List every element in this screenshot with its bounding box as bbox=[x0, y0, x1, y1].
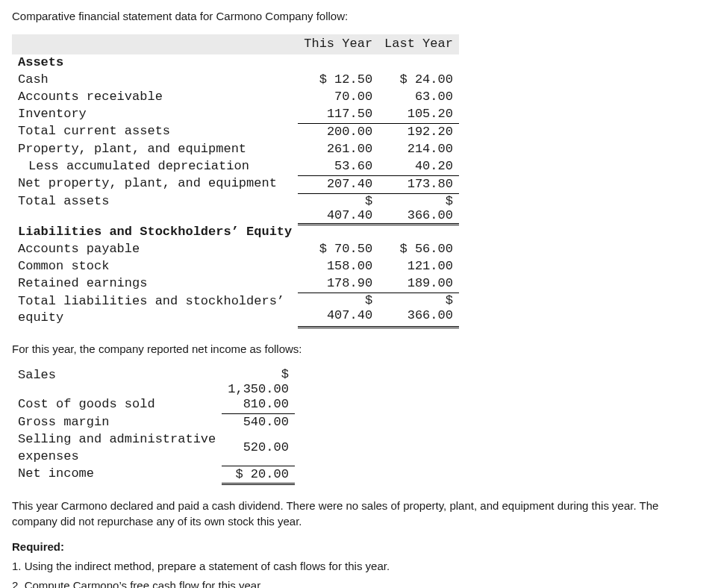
cogs-value: 810.00 bbox=[222, 396, 295, 413]
accdep-this-year: 53.60 bbox=[298, 158, 378, 175]
row-total-current-assets: Total current assets 200.00 192.20 bbox=[12, 123, 459, 140]
col-last-year: Last Year bbox=[378, 34, 459, 54]
tca-this-year: 200.00 bbox=[298, 123, 378, 140]
row-cash: Cash $ 12.50 $ 24.00 bbox=[12, 72, 459, 89]
row-accounts-receivable: Accounts receivable 70.00 63.00 bbox=[12, 89, 459, 106]
re-label: Retained earnings bbox=[12, 275, 298, 293]
row-common-stock: Common stock 158.00 121.00 bbox=[12, 258, 459, 275]
income-statement-table: Sales $1,350.00 Cost of goods sold 810.0… bbox=[12, 367, 295, 485]
ar-last-year: 63.00 bbox=[378, 89, 459, 106]
balance-sheet-header-row: This Year Last Year bbox=[12, 34, 459, 54]
row-sae: Selling and administrativeexpenses 520.0… bbox=[12, 431, 295, 466]
note-text: This year Carmono declared and paid a ca… bbox=[12, 498, 703, 529]
inv-last-year: 105.20 bbox=[378, 106, 459, 123]
cash-last-year: $ 24.00 bbox=[378, 72, 459, 89]
row-retained-earnings: Retained earnings 178.90 189.00 bbox=[12, 275, 459, 293]
gm-label: Gross margin bbox=[12, 414, 222, 431]
required-heading: Required: bbox=[12, 539, 703, 554]
row-total-lse: Total liabilities and stockholders’equit… bbox=[12, 293, 459, 328]
cs-this-year: 158.00 bbox=[298, 258, 378, 275]
ppe-label: Property, plant, and equipment bbox=[12, 141, 298, 158]
netppe-this-year: 207.40 bbox=[298, 175, 378, 193]
ta-last-year: $366.00 bbox=[378, 193, 459, 224]
ap-this-year: $ 70.50 bbox=[298, 241, 378, 258]
tlse-label: Total liabilities and stockholders’equit… bbox=[12, 293, 298, 328]
inv-this-year: 117.50 bbox=[298, 106, 378, 123]
row-net-income: Net income $ 20.00 bbox=[12, 466, 295, 484]
accdep-label: Less accumulated depreciation bbox=[12, 158, 298, 175]
cogs-label: Cost of goods sold bbox=[12, 396, 222, 413]
row-net-ppe: Net property, plant, and equipment 207.4… bbox=[12, 175, 459, 193]
tca-label: Total current assets bbox=[12, 123, 298, 140]
ap-last-year: $ 56.00 bbox=[378, 241, 459, 258]
sales-value: $1,350.00 bbox=[222, 367, 295, 396]
ar-label: Accounts receivable bbox=[12, 89, 298, 106]
ppe-this-year: 261.00 bbox=[298, 141, 378, 158]
ar-this-year: 70.00 bbox=[298, 89, 378, 106]
cs-last-year: 121.00 bbox=[378, 258, 459, 275]
cash-this-year: $ 12.50 bbox=[298, 72, 378, 89]
tlse-last-year: $366.00 bbox=[378, 293, 459, 328]
required-2: 2. Compute Carmono’s free cash flow for … bbox=[12, 578, 703, 588]
cs-label: Common stock bbox=[12, 258, 298, 275]
row-cogs: Cost of goods sold 810.00 bbox=[12, 396, 295, 413]
ni-label: Net income bbox=[12, 466, 222, 484]
ppe-last-year: 214.00 bbox=[378, 141, 459, 158]
netppe-last-year: 173.80 bbox=[378, 175, 459, 193]
sae-value: 520.00 bbox=[222, 431, 295, 466]
row-gross-margin: Gross margin 540.00 bbox=[12, 414, 295, 431]
gm-value: 540.00 bbox=[222, 414, 295, 431]
col-this-year: This Year bbox=[298, 34, 378, 54]
tca-last-year: 192.20 bbox=[378, 123, 459, 140]
ta-label: Total assets bbox=[12, 193, 298, 224]
income-intro-text: For this year, the company reported net … bbox=[12, 342, 703, 357]
lse-heading-row: Liabilities and Stockholders’ Equity bbox=[12, 224, 459, 241]
balance-sheet-table: This Year Last Year Assets Cash $ 12.50 … bbox=[12, 34, 459, 328]
intro-text: Comparative financial statement data for… bbox=[12, 9, 703, 24]
re-last-year: 189.00 bbox=[378, 275, 459, 293]
inv-label: Inventory bbox=[12, 106, 298, 123]
cash-label: Cash bbox=[12, 72, 298, 89]
row-acc-dep: Less accumulated depreciation 53.60 40.2… bbox=[12, 158, 459, 175]
sales-label: Sales bbox=[12, 367, 222, 396]
row-ppe: Property, plant, and equipment 261.00 21… bbox=[12, 141, 459, 158]
lse-heading: Liabilities and Stockholders’ Equity bbox=[12, 224, 298, 241]
sae-label: Selling and administrativeexpenses bbox=[12, 431, 222, 466]
tlse-this-year: $407.40 bbox=[298, 293, 378, 328]
assets-heading-row: Assets bbox=[12, 54, 459, 72]
assets-heading: Assets bbox=[12, 54, 298, 72]
ni-value: $ 20.00 bbox=[222, 466, 295, 484]
row-total-assets: Total assets $407.40 $366.00 bbox=[12, 193, 459, 224]
row-sales: Sales $1,350.00 bbox=[12, 367, 295, 396]
ap-label: Accounts payable bbox=[12, 241, 298, 258]
accdep-last-year: 40.20 bbox=[378, 158, 459, 175]
netppe-label: Net property, plant, and equipment bbox=[12, 175, 298, 193]
ta-this-year: $407.40 bbox=[298, 193, 378, 224]
row-inventory: Inventory 117.50 105.20 bbox=[12, 106, 459, 123]
re-this-year: 178.90 bbox=[298, 275, 378, 293]
required-1: 1. Using the indirect method, prepare a … bbox=[12, 559, 703, 574]
row-accounts-payable: Accounts payable $ 70.50 $ 56.00 bbox=[12, 241, 459, 258]
